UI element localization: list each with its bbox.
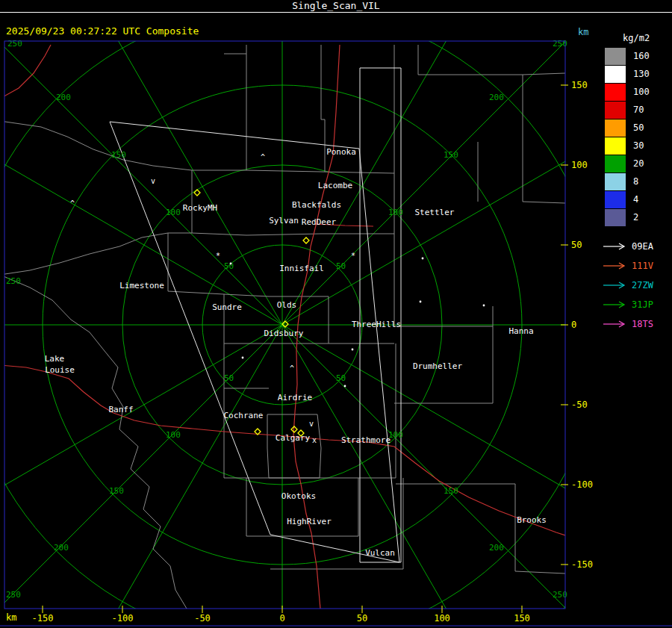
legend-swatch xyxy=(605,102,626,119)
legend-entry: 130 xyxy=(602,65,672,83)
range-label: 250 xyxy=(7,39,22,49)
range-label: 50 xyxy=(224,261,234,271)
city-label: Strathmore xyxy=(341,435,391,445)
town-symbol-marker: * xyxy=(351,252,355,260)
town-dot-marker xyxy=(352,349,354,351)
city-label: ThreeHills xyxy=(352,320,401,329)
legend-value: 20 xyxy=(633,158,644,169)
city-label: Blackfalds xyxy=(292,200,341,210)
town-dot-marker xyxy=(422,258,424,260)
legend-swatch xyxy=(605,119,626,137)
axis-tick-label: -150 xyxy=(571,559,593,570)
range-label: 50 xyxy=(336,261,346,271)
legend-entry: 4 xyxy=(602,190,672,208)
radar-arrow-icon xyxy=(602,319,629,329)
radar-arrow-icon xyxy=(602,280,629,290)
axis-tick-label: -100 xyxy=(571,479,593,490)
town-dot-marker xyxy=(344,385,346,388)
legend-value: 2 xyxy=(633,212,638,223)
legend-value: 130 xyxy=(633,69,650,79)
axis-tick-label: -50 xyxy=(194,613,211,624)
azimuth-lines xyxy=(0,0,672,628)
legend-swatch xyxy=(605,191,626,208)
legend-value: 100 xyxy=(633,87,650,97)
axis-tick-label: 100 xyxy=(571,160,588,170)
legend-unit-label: kg/m2 xyxy=(623,33,672,43)
legend-entry: 30 xyxy=(602,137,672,155)
radar-arrow-icon xyxy=(602,299,629,310)
range-label: 150 xyxy=(444,150,458,160)
city-label: Brooks xyxy=(517,515,547,525)
city-label: Sundre xyxy=(212,302,242,312)
axis-tick-label: -50 xyxy=(571,400,588,410)
town-symbol-marker: v xyxy=(309,420,314,428)
town-symbol-marker: ^ xyxy=(261,153,265,161)
legend-swatch xyxy=(605,66,626,83)
legend-entry: 50 xyxy=(602,119,672,137)
city-label: Banff xyxy=(108,405,133,414)
city-label: Cochrane xyxy=(224,411,264,420)
radar-id-label: 09EA xyxy=(632,241,653,252)
radar-id-label: 18TS xyxy=(632,319,653,329)
legend-swatch xyxy=(605,84,626,101)
legend-swatch xyxy=(605,209,626,226)
axis-tick-label: 100 xyxy=(434,613,450,624)
map-layers xyxy=(0,0,672,628)
city-label: Okotoks xyxy=(281,491,316,501)
range-label: 200 xyxy=(54,543,69,553)
town-dot-marker xyxy=(230,263,232,265)
legend-swatch xyxy=(605,137,626,155)
city-label: Innisfail xyxy=(279,264,324,273)
city-label: Sylvan xyxy=(269,216,299,226)
radar-legend-item: 31JP xyxy=(602,295,672,314)
range-label: 150 xyxy=(109,486,124,496)
legend-entry: 100 xyxy=(602,83,672,101)
legend-swatch xyxy=(605,155,626,172)
town-dot-marker xyxy=(483,305,485,307)
axis-tick-label: -150 xyxy=(32,613,54,624)
range-label: 150 xyxy=(111,150,126,160)
city-label: Lacombe xyxy=(318,181,352,190)
city-label: Drumheller xyxy=(413,361,463,371)
city-label: Lake xyxy=(45,354,65,364)
radar-arrow-icon xyxy=(602,241,629,252)
axis-tick-label: 50 xyxy=(357,613,367,624)
legend-swatch xyxy=(605,48,626,65)
range-label: 100 xyxy=(388,208,403,217)
range-label: 50 xyxy=(336,373,346,383)
range-label: 200 xyxy=(489,93,504,102)
legend-value: 50 xyxy=(633,122,644,133)
range-label: 200 xyxy=(56,93,71,102)
radar-legend-item: 18TS xyxy=(602,314,672,334)
legend-value: 30 xyxy=(633,140,644,151)
legend-entry: 2 xyxy=(602,208,672,226)
city-label: RedDeer xyxy=(302,217,337,227)
radar-id-label: 111V xyxy=(632,261,653,271)
legend-value: 4 xyxy=(633,194,638,205)
town-symbol-marker: x xyxy=(312,436,317,444)
radar-site-legend: 09EA111V27ZW31JP18TS xyxy=(602,237,672,334)
legend-entry: 160 xyxy=(602,47,672,65)
town-symbol-marker: ^ xyxy=(290,364,294,373)
axis-tick-label: 50 xyxy=(571,240,582,250)
town-symbol-marker: ^ xyxy=(70,199,75,208)
city-label: RockyMH xyxy=(183,203,217,213)
axis-tick-label: 150 xyxy=(514,613,530,624)
city-label: Calgary xyxy=(276,433,311,443)
range-label: 100 xyxy=(166,208,181,217)
radar-legend-item: 09EA xyxy=(602,237,672,256)
city-label: Limestone xyxy=(119,281,164,290)
legend-value: 8 xyxy=(633,176,638,187)
radar-map[interactable]: 5050505010010010010015015015015020020020… xyxy=(0,0,672,628)
axis-tick-label: 150 xyxy=(571,80,588,90)
radar-arrow-icon xyxy=(602,261,629,271)
legend-value: 160 xyxy=(633,51,650,61)
city-label: Ponoka xyxy=(326,147,356,157)
radar-site-diamond-icon xyxy=(303,237,309,243)
range-label: 150 xyxy=(444,486,458,496)
legend-swatch xyxy=(605,173,626,190)
radar-id-label: 31JP xyxy=(632,299,653,310)
range-label: 100 xyxy=(166,430,181,440)
legend-value: 70 xyxy=(633,105,644,115)
legend-entry: 70 xyxy=(602,101,672,119)
